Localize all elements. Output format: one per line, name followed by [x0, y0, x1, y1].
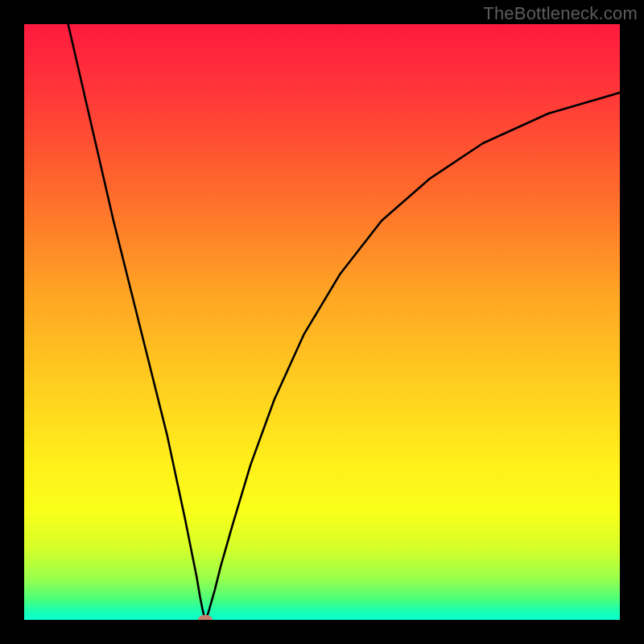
plot-area — [24, 24, 620, 620]
minimum-marker — [198, 615, 213, 620]
bottleneck-curve — [24, 24, 620, 618]
curve-layer — [24, 24, 620, 620]
chart-frame: TheBottleneck.com — [0, 0, 644, 644]
watermark-text: TheBottleneck.com — [483, 3, 638, 24]
